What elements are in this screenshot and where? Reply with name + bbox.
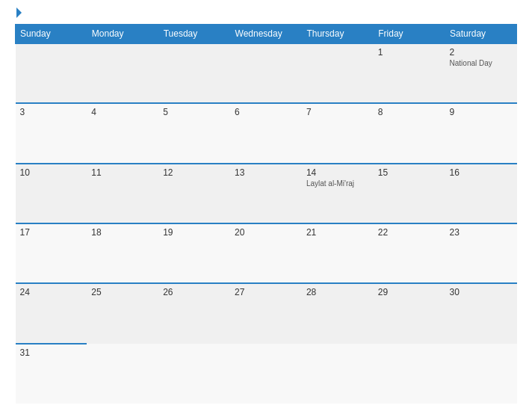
- calendar-day-cell: [302, 344, 374, 404]
- logo: [15, 7, 22, 18]
- calendar-day-cell: 26: [158, 283, 230, 343]
- logo-triangle-icon: [16, 7, 22, 18]
- day-of-week-header: Sunday: [16, 25, 87, 44]
- day-number: 16: [450, 167, 513, 178]
- calendar-day-cell: [230, 43, 302, 103]
- calendar-day-cell: 6: [230, 103, 302, 163]
- day-number: 8: [378, 107, 441, 117]
- calendar-header-row: SundayMondayTuesdayWednesdayThursdayFrid…: [16, 25, 517, 44]
- day-number: 23: [450, 227, 513, 238]
- calendar-day-cell: 5: [158, 103, 230, 163]
- day-number: 20: [235, 227, 297, 238]
- day-number: 29: [378, 287, 441, 297]
- day-number: 31: [20, 347, 83, 358]
- calendar-week-row: 3456789: [16, 103, 517, 163]
- day-of-week-header: Thursday: [302, 25, 374, 44]
- day-number: 5: [163, 107, 226, 117]
- day-number: 1: [378, 47, 441, 58]
- calendar-day-cell: 24: [16, 283, 87, 343]
- day-number: 10: [20, 167, 83, 178]
- day-number: 27: [235, 287, 297, 297]
- day-number: 4: [91, 107, 154, 117]
- day-number: 2: [450, 47, 513, 58]
- calendar-day-cell: 14Laylat al-Mi'raj: [302, 164, 374, 223]
- calendar-day-cell: 31: [16, 344, 87, 404]
- calendar-week-row: 1011121314Laylat al-Mi'raj1516: [16, 164, 517, 223]
- calendar-day-cell: 21: [302, 223, 374, 283]
- day-number: 7: [306, 107, 369, 117]
- day-number: 17: [20, 227, 83, 238]
- day-number: 11: [91, 167, 154, 178]
- calendar-day-cell: 19: [158, 223, 230, 283]
- calendar-day-cell: 29: [374, 283, 445, 343]
- calendar-day-cell: [16, 43, 87, 103]
- calendar-week-row: 31: [16, 344, 517, 404]
- day-of-week-header: Friday: [374, 25, 445, 44]
- calendar-day-cell: 10: [16, 164, 87, 223]
- calendar-day-cell: [158, 43, 230, 103]
- calendar-day-cell: 17: [16, 223, 87, 283]
- holiday-label: National Day: [450, 59, 513, 67]
- day-number: 9: [450, 107, 513, 117]
- day-number: 28: [306, 287, 369, 297]
- day-number: 3: [20, 107, 83, 117]
- day-number: 18: [91, 227, 154, 238]
- day-of-week-header: Saturday: [445, 25, 517, 44]
- calendar-day-cell: 13: [230, 164, 302, 223]
- calendar-day-cell: [302, 43, 374, 103]
- calendar-day-cell: 3: [16, 103, 87, 163]
- day-number: 26: [163, 287, 226, 297]
- calendar-day-cell: 30: [445, 283, 517, 343]
- calendar-day-cell: 22: [374, 223, 445, 283]
- calendar-day-cell: 23: [445, 223, 517, 283]
- day-number: 25: [91, 287, 154, 297]
- calendar-day-cell: [158, 344, 230, 404]
- day-of-week-header: Tuesday: [158, 25, 230, 44]
- calendar-day-cell: 20: [230, 223, 302, 283]
- holiday-label: Laylat al-Mi'raj: [306, 179, 369, 188]
- calendar-day-cell: 15: [374, 164, 445, 223]
- calendar-day-cell: 27: [230, 283, 302, 343]
- calendar-day-cell: [445, 344, 517, 404]
- day-number: 14: [306, 167, 369, 178]
- calendar-body: 12National Day34567891011121314Laylat al…: [16, 43, 517, 404]
- calendar-day-cell: 25: [87, 283, 158, 343]
- calendar-week-row: 12National Day: [16, 43, 517, 103]
- day-number: 22: [378, 227, 441, 238]
- calendar-day-cell: 16: [445, 164, 517, 223]
- calendar-day-cell: [87, 43, 158, 103]
- calendar-day-cell: 28: [302, 283, 374, 343]
- day-number: 15: [378, 167, 441, 178]
- calendar-day-cell: 7: [302, 103, 374, 163]
- day-of-week-header: Wednesday: [230, 25, 302, 44]
- calendar-day-cell: [87, 344, 158, 404]
- day-number: 6: [235, 107, 297, 117]
- calendar-week-row: 17181920212223: [16, 223, 517, 283]
- calendar-week-row: 24252627282930: [16, 283, 517, 343]
- day-number: 24: [20, 287, 83, 297]
- calendar-day-cell: [230, 344, 302, 404]
- calendar-day-cell: 11: [87, 164, 158, 223]
- calendar-day-cell: [374, 344, 445, 404]
- day-number: 12: [163, 167, 226, 178]
- day-number: 13: [235, 167, 297, 178]
- calendar-day-cell: 1: [374, 43, 445, 103]
- day-number: 30: [450, 287, 513, 297]
- calendar-day-cell: 12: [158, 164, 230, 223]
- calendar-day-cell: 8: [374, 103, 445, 163]
- logo-blue-text: [15, 7, 22, 18]
- calendar-header: [15, 7, 517, 18]
- calendar-day-cell: 9: [445, 103, 517, 163]
- calendar-table: SundayMondayTuesdayWednesdayThursdayFrid…: [15, 24, 517, 404]
- day-of-week-header: Monday: [87, 25, 158, 44]
- days-of-week-row: SundayMondayTuesdayWednesdayThursdayFrid…: [16, 25, 517, 44]
- day-number: 21: [306, 227, 369, 238]
- calendar-day-cell: 4: [87, 103, 158, 163]
- day-number: 19: [163, 227, 226, 238]
- calendar-day-cell: 18: [87, 223, 158, 283]
- calendar-day-cell: 2National Day: [445, 43, 517, 103]
